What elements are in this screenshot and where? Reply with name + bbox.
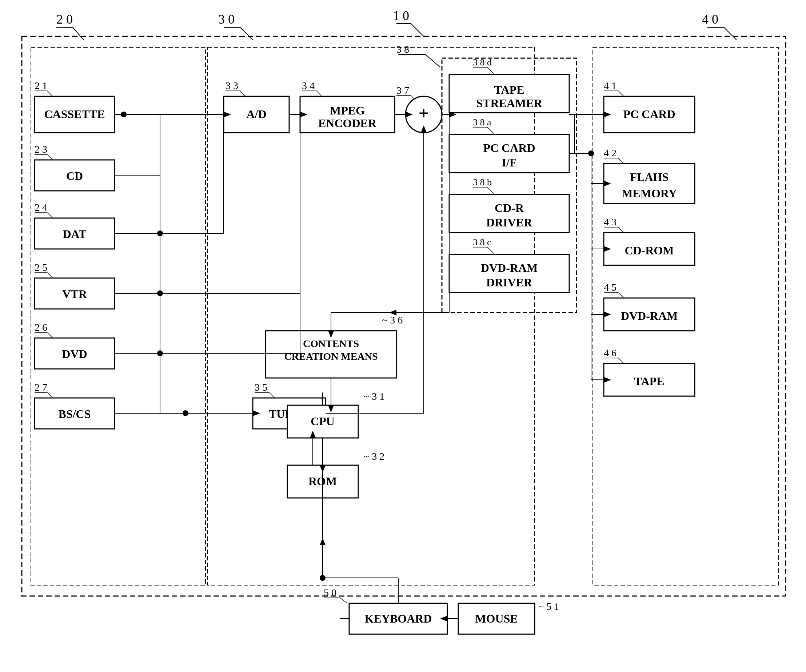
pc-card-out-label: PC CARD xyxy=(623,107,675,121)
cd-r-driver-label2: DRIVER xyxy=(486,216,532,229)
flash-memory-label2: MEMORY xyxy=(622,187,677,200)
mpeg-encoder-label: MPEG xyxy=(330,104,365,117)
pc-card-if-label2: I/F xyxy=(502,156,517,169)
ref-27-label: 2 7 xyxy=(35,382,47,393)
ref-24-label: 2 4 xyxy=(35,202,47,213)
ref-43-label: 4 3 xyxy=(604,216,616,227)
ref-35-label: 3 5 xyxy=(254,382,268,393)
ref-32-label: ~ 3 2 xyxy=(364,451,385,462)
ref-38-label: 3 8 xyxy=(396,44,409,55)
vtr-label: VTR xyxy=(62,288,87,301)
ref-21-label: 2 1 xyxy=(35,80,47,91)
keyboard-label: KEYBOARD xyxy=(365,612,432,625)
bs-cs-label: BS/CS xyxy=(59,407,91,420)
pc-card-if-label1: PC CARD xyxy=(483,142,535,155)
ref-33-label: 3 3 xyxy=(226,80,238,91)
ad-label: A/D xyxy=(246,107,266,121)
ref-38b-label: 3 8 b xyxy=(473,177,492,188)
dvd-ram-driver-label1: DVD-RAM xyxy=(481,261,538,274)
flash-memory-label1: FLAHS xyxy=(630,170,669,184)
ref-51-label: ~ 5 1 xyxy=(538,601,559,612)
diagram-container: 2 0 3 0 1 0 4 0 2 1 CASSETTE 2 3 CD 2 4 … xyxy=(0,0,806,672)
ref-23-label: 2 3 xyxy=(35,143,47,155)
mouse-label: MOUSE xyxy=(475,612,518,625)
mpeg-encoder-label2: ENCODER xyxy=(318,117,377,130)
ref-40: 4 0 xyxy=(702,12,718,26)
cassette-label: CASSETTE xyxy=(44,107,105,121)
ref-38a-label: 3 8 a xyxy=(473,117,491,128)
cd-r-driver-label1: CD-R xyxy=(495,201,524,214)
ref-34-label: 3 4 xyxy=(302,80,315,91)
ref-46-label: 4 6 xyxy=(604,347,616,358)
dvd-label: DVD xyxy=(62,348,87,361)
tape-label: TAPE xyxy=(634,375,664,388)
ref-50-label: 5 0 xyxy=(324,587,337,598)
dat-label: DAT xyxy=(63,227,86,240)
dvd-ram-driver-label2: DRIVER xyxy=(486,276,532,289)
ref-37-label: 3 7 xyxy=(396,85,409,96)
ref-26-label: 2 6 xyxy=(35,322,47,333)
ref-10: 1 0 xyxy=(393,8,409,23)
tape-streamer-label2: STREAMER xyxy=(476,97,542,110)
cd-label: CD xyxy=(66,170,83,183)
ref-36-label: ~ 3 6 xyxy=(382,315,403,326)
ref-38d-label: 3 8 d xyxy=(473,57,492,68)
ref-42-label: 4 2 xyxy=(604,147,616,158)
ref-45-label: 4 5 xyxy=(604,282,616,293)
ref-38c-label: 3 8 c xyxy=(473,237,491,247)
adder-label: + xyxy=(419,103,429,123)
dvd-ram-out-label: DVD-RAM xyxy=(621,309,677,322)
ref-20: 2 0 xyxy=(56,12,73,26)
contents-creation-label2: CREATION MEANS xyxy=(284,351,378,362)
ref-41-label: 4 1 xyxy=(604,80,616,91)
ref-25-label: 2 5 xyxy=(35,262,47,273)
cpu-label: CPU xyxy=(311,415,335,428)
tape-streamer-label1: TAPE xyxy=(494,83,525,96)
contents-creation-label1: CONTENTS xyxy=(303,338,359,349)
svg-point-82 xyxy=(121,112,127,117)
ref-30: 3 0 xyxy=(218,12,235,26)
ref-31-label: ~ 3 1 xyxy=(364,391,385,402)
cd-rom-label: CD-ROM xyxy=(624,244,674,257)
